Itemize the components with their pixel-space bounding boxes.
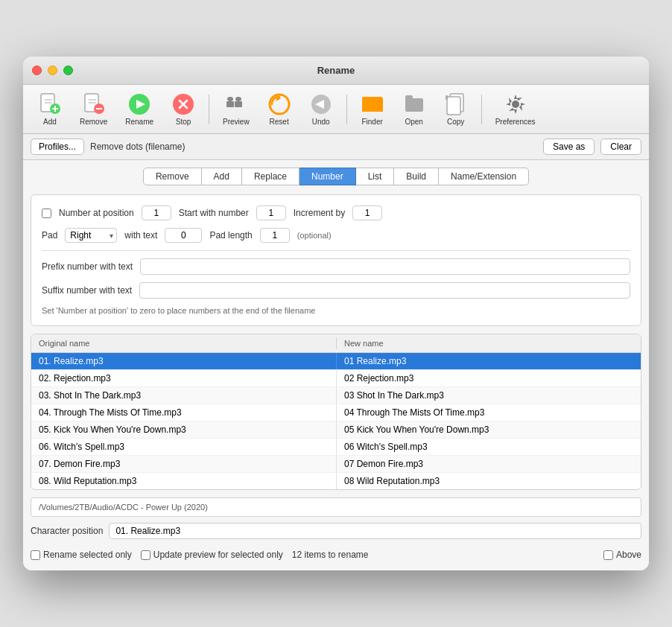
stop-button[interactable]: Stop bbox=[164, 89, 203, 129]
new-name-cell: 07 Demon Fire.mp3 bbox=[336, 456, 641, 472]
reset-label: Reset bbox=[270, 118, 289, 126]
undo-label: Undo bbox=[312, 118, 330, 126]
remove-icon bbox=[82, 92, 106, 116]
table-row[interactable]: 08. Wild Reputation.mp3 08 Wild Reputati… bbox=[31, 473, 641, 489]
start-with-input[interactable] bbox=[256, 206, 286, 220]
rename-icon bbox=[127, 92, 151, 116]
table-row[interactable]: 06. Witch's Spell.mp3 06 Witch's Spell.m… bbox=[31, 439, 641, 456]
pad-label: Pad bbox=[42, 230, 57, 241]
new-name-cell: 04 Through The Mists Of Time.mp3 bbox=[336, 404, 641, 421]
number-at-position-label: Number at position bbox=[59, 208, 134, 218]
original-name-cell: 07. Demon Fire.mp3 bbox=[31, 456, 336, 472]
save-as-button[interactable]: Save as bbox=[543, 139, 595, 155]
pad-length-input[interactable] bbox=[260, 228, 290, 243]
path-bar: /Volumes/2TB/Audio/ACDC - Power Up (2020… bbox=[31, 497, 641, 517]
profile-name: Remove dots (filename) bbox=[90, 141, 537, 152]
reset-button[interactable]: Reset bbox=[260, 89, 299, 129]
maximize-button[interactable] bbox=[63, 66, 73, 75]
profiles-button[interactable]: Profiles... bbox=[31, 139, 84, 155]
new-name-cell: 08 Wild Reputation.mp3 bbox=[336, 473, 641, 489]
with-text-label: with text bbox=[124, 230, 157, 241]
tab-number[interactable]: Number bbox=[299, 168, 356, 185]
preview-icon bbox=[224, 92, 248, 116]
stop-icon bbox=[171, 92, 195, 116]
optional-label: (optional) bbox=[297, 231, 332, 240]
tab-add[interactable]: Add bbox=[202, 168, 242, 185]
file-list-header: Original name New name bbox=[31, 334, 641, 353]
svg-point-19 bbox=[235, 97, 241, 101]
copy-icon bbox=[444, 92, 468, 116]
suffix-input[interactable] bbox=[139, 282, 630, 299]
svg-rect-25 bbox=[362, 100, 383, 112]
preferences-icon bbox=[504, 92, 527, 116]
number-at-position-input[interactable] bbox=[142, 206, 171, 220]
profiles-bar: Profiles... Remove dots (filename) Save … bbox=[23, 134, 649, 160]
stop-label: Stop bbox=[176, 118, 191, 126]
undo-button[interactable]: Undo bbox=[302, 89, 340, 129]
new-name-cell: 05 Kick You When You're Down.mp3 bbox=[336, 421, 641, 438]
finder-label: Finder bbox=[361, 118, 382, 126]
tab-build[interactable]: Build bbox=[394, 168, 439, 185]
main-window: Rename Add bbox=[23, 57, 649, 570]
preferences-button[interactable]: Preferences bbox=[488, 89, 543, 129]
tab-bar: Remove Add Replace Number List Build Nam… bbox=[31, 168, 641, 185]
traffic-lights bbox=[32, 66, 73, 75]
close-button[interactable] bbox=[32, 66, 42, 75]
svg-point-32 bbox=[512, 101, 519, 108]
table-row[interactable]: 07. Demon Fire.mp3 07 Demon Fire.mp3 bbox=[31, 456, 641, 473]
tab-remove[interactable]: Remove bbox=[143, 168, 202, 185]
note-text: Set 'Number at position' to zero to plac… bbox=[42, 306, 315, 315]
number-position-row: Number at position Start with number Inc… bbox=[42, 206, 630, 220]
with-text-input[interactable] bbox=[165, 228, 202, 243]
suffix-label: Suffix number with text bbox=[42, 285, 132, 296]
table-row[interactable]: 01. Realize.mp3 01 Realize.mp3 bbox=[31, 353, 641, 370]
svg-rect-28 bbox=[405, 95, 413, 100]
file-list-container: Original name New name 01. Realize.mp3 0… bbox=[31, 334, 641, 490]
char-position-input[interactable] bbox=[109, 523, 641, 539]
tab-list[interactable]: List bbox=[356, 168, 395, 185]
add-button[interactable]: Add bbox=[31, 89, 69, 129]
prefix-input[interactable] bbox=[140, 258, 630, 275]
tab-replace[interactable]: Replace bbox=[242, 168, 299, 185]
note-row: Set 'Number at position' to zero to plac… bbox=[42, 306, 630, 315]
rename-button[interactable]: Rename bbox=[118, 89, 161, 129]
update-preview-checkbox[interactable] bbox=[141, 550, 150, 560]
reset-icon bbox=[267, 92, 291, 116]
svg-rect-27 bbox=[405, 98, 423, 112]
copy-button[interactable]: Copy bbox=[437, 89, 475, 129]
main-content: Remove Add Replace Number List Build Nam… bbox=[23, 160, 649, 570]
increment-input[interactable] bbox=[352, 206, 382, 220]
table-row[interactable]: 03. Shot In The Dark.mp3 03 Shot In The … bbox=[31, 387, 641, 404]
open-button[interactable]: Open bbox=[395, 89, 434, 129]
remove-label: Remove bbox=[80, 118, 107, 126]
suffix-row: Suffix number with text bbox=[42, 282, 630, 299]
start-with-label: Start with number bbox=[179, 208, 249, 218]
clear-button[interactable]: Clear bbox=[600, 139, 641, 155]
increment-label: Increment by bbox=[294, 208, 345, 218]
table-row[interactable]: 02. Rejection.mp3 02 Rejection.mp3 bbox=[31, 370, 641, 387]
items-count: 12 items to rename bbox=[292, 550, 595, 560]
new-name-cell: 01 Realize.mp3 bbox=[336, 353, 641, 369]
remove-button[interactable]: Remove bbox=[72, 89, 115, 129]
table-row[interactable]: 05. Kick You When You're Down.mp3 05 Kic… bbox=[31, 421, 641, 439]
above-checkbox[interactable] bbox=[603, 550, 613, 560]
above-section: Above bbox=[603, 550, 641, 560]
table-row[interactable]: 04. Through The Mists Of Time.mp3 04 Thr… bbox=[31, 404, 641, 421]
finder-button[interactable]: Finder bbox=[353, 89, 392, 129]
new-name-cell: 02 Rejection.mp3 bbox=[336, 370, 641, 386]
original-name-cell: 05. Kick You When You're Down.mp3 bbox=[31, 421, 336, 438]
minimize-button[interactable] bbox=[48, 66, 57, 75]
svg-point-18 bbox=[227, 97, 233, 101]
char-position-label: Character position bbox=[31, 526, 103, 536]
add-label: Add bbox=[43, 118, 57, 126]
tab-name-extension[interactable]: Name/Extension bbox=[439, 168, 529, 185]
number-at-position-checkbox[interactable] bbox=[42, 209, 51, 218]
svg-rect-26 bbox=[362, 97, 373, 101]
new-name-cell: 03 Shot In The Dark.mp3 bbox=[336, 387, 641, 404]
rename-selected-only-label[interactable]: Rename selected only bbox=[31, 550, 132, 560]
pad-direction-select[interactable]: Right Left bbox=[65, 228, 117, 243]
update-preview-label[interactable]: Update preview for selected only bbox=[141, 550, 283, 560]
rename-selected-only-checkbox[interactable] bbox=[31, 550, 40, 560]
original-name-cell: 03. Shot In The Dark.mp3 bbox=[31, 387, 336, 404]
preview-button[interactable]: Preview bbox=[215, 89, 257, 129]
